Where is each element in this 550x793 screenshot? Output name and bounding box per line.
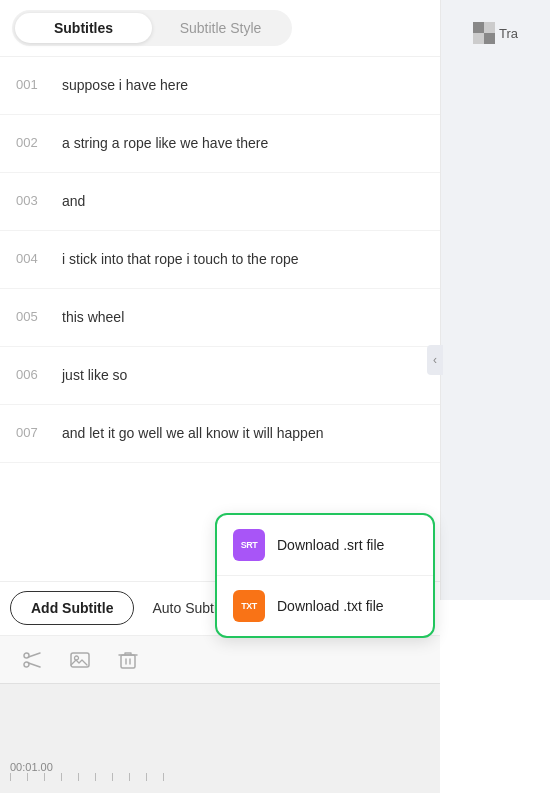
subtitle-text: suppose i have here (62, 75, 188, 96)
svg-rect-3 (484, 22, 495, 33)
timeline-ticks: 00:01.00 (10, 761, 430, 785)
download-srt-item[interactable]: SRT Download .srt file (217, 515, 433, 576)
subtitle-number: 003 (16, 191, 46, 208)
tick (129, 773, 130, 781)
svg-rect-1 (484, 33, 495, 44)
subtitle-text: and (62, 191, 85, 212)
svg-rect-2 (473, 33, 484, 44)
subtitle-row[interactable]: 004i stick into that rope i touch to the… (0, 231, 440, 289)
tick (10, 773, 11, 781)
delete-tool-button[interactable] (116, 648, 140, 672)
subtitle-text: just like so (62, 365, 127, 386)
srt-badge: SRT (233, 529, 265, 561)
toolbar-row (0, 635, 440, 683)
tick (146, 773, 147, 781)
subtitle-row[interactable]: 001suppose i have here (0, 57, 440, 115)
subtitle-text: this wheel (62, 307, 124, 328)
cut-tool-button[interactable] (20, 648, 44, 672)
subtitle-number: 001 (16, 75, 46, 92)
tick (95, 773, 96, 781)
txt-label: Download .txt file (277, 598, 384, 614)
subtitle-row[interactable]: 005this wheel (0, 289, 440, 347)
subtitle-number: 005 (16, 307, 46, 324)
tick (112, 773, 113, 781)
tab-subtitles[interactable]: Subtitles (15, 13, 152, 43)
collapse-panel-button[interactable]: ‹ (427, 345, 443, 375)
txt-badge: TXT (233, 590, 265, 622)
timeline-timestamp: 00:01.00 (10, 761, 430, 773)
subtitle-number: 007 (16, 423, 46, 440)
subtitle-row[interactable]: 007and let it go well we all know it wil… (0, 405, 440, 463)
subtitle-text: a string a rope like we have there (62, 133, 268, 154)
tick (163, 773, 164, 781)
right-panel-header: Tra (465, 12, 526, 54)
svg-line-14 (29, 663, 41, 667)
subtitle-number: 002 (16, 133, 46, 150)
subtitle-row[interactable]: 003and (0, 173, 440, 231)
subtitle-text: i stick into that rope i touch to the ro… (62, 249, 299, 270)
timeline-row: 00:01.00 (0, 683, 440, 793)
subtitle-row[interactable]: 006just like so (0, 347, 440, 405)
svg-point-16 (75, 656, 79, 660)
right-panel-label: Tra (499, 26, 518, 41)
tab-pill: Subtitles Subtitle Style (12, 10, 292, 46)
subtitle-number: 006 (16, 365, 46, 382)
download-dropdown: SRT Download .srt file TXT Download .txt… (215, 513, 435, 638)
tick (61, 773, 62, 781)
checker-icon (473, 22, 495, 44)
right-panel: Tra (440, 0, 550, 600)
svg-line-13 (29, 653, 41, 657)
tick (44, 773, 45, 781)
tick (78, 773, 79, 781)
svg-rect-0 (473, 22, 484, 33)
srt-label: Download .srt file (277, 537, 384, 553)
svg-rect-17 (121, 655, 135, 668)
tab-subtitle-style[interactable]: Subtitle Style (152, 13, 289, 43)
subtitle-text: and let it go well we all know it will h… (62, 423, 323, 444)
tick-marks (10, 773, 430, 785)
tick (27, 773, 28, 781)
add-subtitle-button[interactable]: Add Subtitle (10, 591, 134, 625)
download-txt-item[interactable]: TXT Download .txt file (217, 576, 433, 636)
subtitle-row[interactable]: 002a string a rope like we have there (0, 115, 440, 173)
subtitle-number: 004 (16, 249, 46, 266)
image-tool-button[interactable] (68, 648, 92, 672)
